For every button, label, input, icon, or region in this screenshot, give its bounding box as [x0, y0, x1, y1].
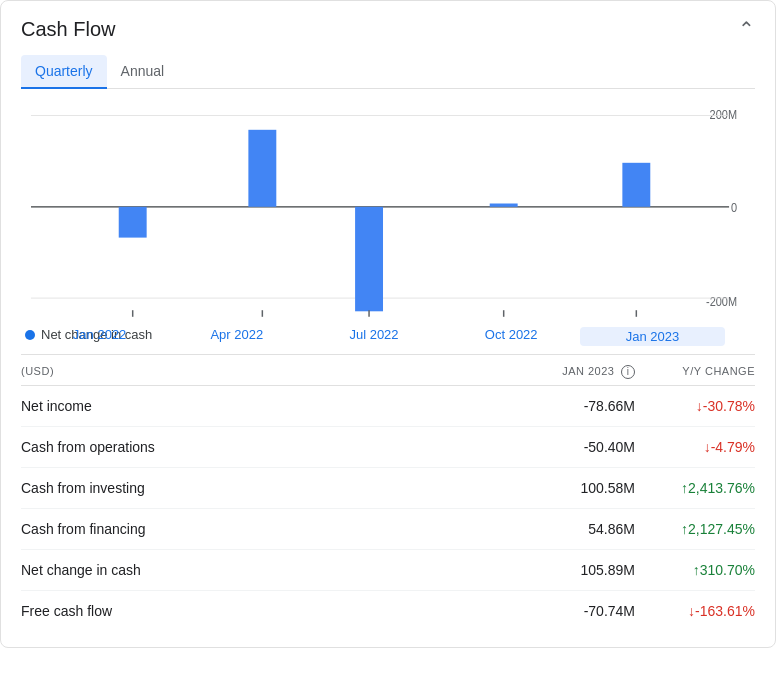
bar-oct2022[interactable] — [490, 204, 518, 207]
table-row: Cash from investing 100.58M ↑2,413.76% — [21, 468, 755, 509]
row-label: Net change in cash — [21, 562, 515, 578]
table-row: Net income -78.66M ↓-30.78% — [21, 386, 755, 427]
row-value: -70.74M — [515, 603, 635, 619]
collapse-icon[interactable]: ⌃ — [738, 17, 755, 41]
data-table: (USD) JAN 2023 i Y/Y CHANGE Net income -… — [21, 354, 755, 631]
svg-text:200M: 200M — [710, 108, 737, 121]
row-change: ↓-30.78% — [635, 398, 755, 414]
x-label-jan2023[interactable]: Jan 2023 — [580, 327, 725, 346]
table-row: Cash from operations -50.40M ↓-4.79% — [21, 427, 755, 468]
table-row: Free cash flow -70.74M ↓-163.61% — [21, 591, 755, 631]
row-change: ↑310.70% — [635, 562, 755, 578]
arrow-down-icon: ↓ — [696, 398, 703, 414]
row-value: 105.89M — [515, 562, 635, 578]
row-label: Cash from financing — [21, 521, 515, 537]
svg-text:0: 0 — [731, 202, 737, 215]
cash-flow-card: Cash Flow ⌃ Quarterly Annual 200M 0 -200… — [0, 0, 776, 648]
page-title: Cash Flow — [21, 18, 115, 41]
info-icon[interactable]: i — [621, 365, 635, 379]
tab-bar: Quarterly Annual — [21, 55, 755, 89]
bar-jan2022[interactable] — [119, 207, 147, 238]
x-label-jan2022[interactable]: Jan 2022 — [31, 327, 168, 346]
row-value: 100.58M — [515, 480, 635, 496]
row-value: 54.86M — [515, 521, 635, 537]
row-label: Net income — [21, 398, 515, 414]
bar-jan2023[interactable] — [622, 163, 650, 207]
tab-quarterly[interactable]: Quarterly — [21, 55, 107, 89]
x-axis-labels: Jan 2022 Apr 2022 Jul 2022 Oct 2022 Jan … — [21, 327, 755, 346]
row-value: -50.40M — [515, 439, 635, 455]
row-label: Free cash flow — [21, 603, 515, 619]
tab-annual[interactable]: Annual — [107, 55, 179, 89]
chart-svg: 200M 0 -200M — [21, 99, 755, 319]
row-label: Cash from investing — [21, 480, 515, 496]
table-header: (USD) JAN 2023 i Y/Y CHANGE — [21, 355, 755, 386]
bar-jul2022[interactable] — [355, 207, 383, 311]
row-change: ↓-163.61% — [635, 603, 755, 619]
bar-chart: 200M 0 -200M — [21, 99, 755, 319]
col-yoy: Y/Y CHANGE — [635, 365, 755, 379]
arrow-up-icon: ↑ — [681, 521, 688, 537]
col-currency: (USD) — [21, 365, 515, 379]
row-change: ↑2,413.76% — [635, 480, 755, 496]
row-value: -78.66M — [515, 398, 635, 414]
col-period: JAN 2023 i — [515, 365, 635, 379]
x-label-jul2022[interactable]: Jul 2022 — [305, 327, 442, 346]
table-row: Cash from financing 54.86M ↑2,127.45% — [21, 509, 755, 550]
table-row: Net change in cash 105.89M ↑310.70% — [21, 550, 755, 591]
row-change: ↑2,127.45% — [635, 521, 755, 537]
arrow-up-icon: ↑ — [693, 562, 700, 578]
arrow-up-icon: ↑ — [681, 480, 688, 496]
svg-text:-200M: -200M — [706, 295, 737, 308]
bar-apr2022[interactable] — [248, 130, 276, 207]
row-change: ↓-4.79% — [635, 439, 755, 455]
arrow-down-icon: ↓ — [688, 603, 695, 619]
arrow-down-icon: ↓ — [704, 439, 711, 455]
row-label: Cash from operations — [21, 439, 515, 455]
x-label-apr2022[interactable]: Apr 2022 — [168, 327, 305, 346]
x-label-oct2022[interactable]: Oct 2022 — [443, 327, 580, 346]
card-header: Cash Flow ⌃ — [21, 17, 755, 41]
